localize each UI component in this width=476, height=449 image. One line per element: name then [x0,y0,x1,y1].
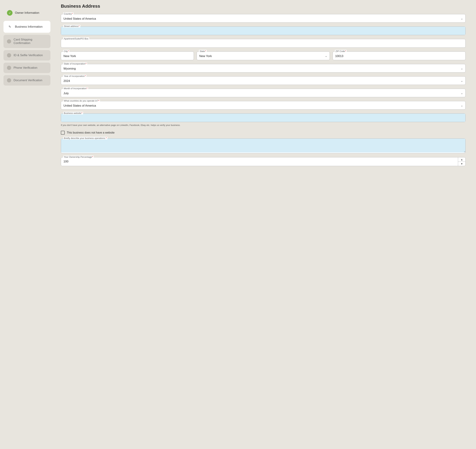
state-select[interactable]: New York California Texas Wyoming [197,52,329,60]
sidebar-item-label: Document Verification [14,79,42,82]
month-of-incorporation-select[interactable]: January February March April May June Ju… [61,89,465,97]
circle-icon [7,53,11,57]
street-address-field: Street address [61,26,465,35]
city-field: City [61,51,194,60]
month-of-incorporation-label: Month of Incorporation [63,87,88,90]
ownership-percentage-field-group: Your Ownership Percentage ▲ ▼ [61,157,465,166]
city-state-zip-group: City State New York California Texas Wyo… [61,51,465,60]
business-website-field: Business website [61,113,465,122]
state-of-incorporation-field: State of Incorporation Wyoming Delaware … [61,64,465,73]
main-content: Business Address Country United States o… [54,0,476,449]
state-field: State New York California Texas Wyoming … [197,51,330,60]
sidebar-item-label: Owner Information [15,11,39,15]
business-description-field: Briefly describe your business operation… [61,138,465,153]
check-icon: ✓ [7,10,12,16]
circle-icon [7,39,11,44]
state-of-incorporation-label: State of Incorporation [63,63,87,65]
business-description-label: Briefly describe your business operation… [63,137,108,139]
sidebar: ✓ Owner Information ✎ Business Informati… [0,0,54,449]
countries-operate-field-group: What countries do you operate in? United… [61,101,465,109]
zip-label: ZIP Code [335,50,347,52]
state-of-incorporation-select-wrapper: Wyoming Delaware Nevada Florida ⌄ [61,64,465,72]
pencil-icon: ✎ [7,24,12,29]
sidebar-item-business-information[interactable]: ✎ Business Information [4,21,51,33]
year-of-incorporation-select[interactable]: 2024 2023 2022 2021 [61,77,465,85]
apartment-input[interactable] [61,39,465,47]
business-description-field-group: Briefly describe your business operation… [61,138,465,153]
sidebar-item-card-shipping[interactable]: Card Shipping Confirmation [4,35,51,48]
business-description-textarea[interactable] [61,139,465,153]
no-website-checkbox[interactable] [61,131,65,135]
country-select-wrapper: United States of America Canada United K… [61,14,465,23]
city-label: City [63,50,69,52]
countries-operate-select-wrapper: United States of America Canada United K… [61,101,465,109]
sidebar-item-label: Business Information [15,25,43,28]
section-title: Business Address [61,4,465,9]
year-of-incorporation-label: Year of Incorporation [63,75,86,77]
countries-operate-label: What countries do you operate in? [63,99,100,102]
state-of-incorporation-select[interactable]: Wyoming Delaware Nevada Florida [61,64,465,72]
sidebar-item-id-selfie[interactable]: ID & Selfie Verification [4,50,51,61]
month-of-incorporation-field-group: Month of Incorporation January February … [61,89,465,97]
no-website-label: This business does not have a website [67,131,114,134]
business-website-label: Business website [63,112,83,114]
street-address-label: Street address [63,25,80,28]
month-of-incorporation-field: Month of Incorporation January February … [61,89,465,97]
business-website-field-group: Business website If you don't have your … [61,113,465,127]
sidebar-item-owner-information[interactable]: ✓ Owner Information [4,7,51,19]
ownership-stepper-wrapper: ▲ ▼ [61,157,465,166]
sidebar-item-phone-verification[interactable]: Phone Verification [4,63,51,73]
state-label: State [199,50,207,52]
country-label: Country [63,12,74,15]
state-of-incorporation-field-group: State of Incorporation Wyoming Delaware … [61,64,465,73]
no-website-checkbox-row: This business does not have a website [61,131,465,135]
stepper-decrement-button[interactable]: ▼ [458,162,465,166]
website-helper-text: If you don't have your own website, an a… [61,124,465,127]
country-field: Country United States of America Canada … [61,14,465,23]
zip-input[interactable] [333,52,465,60]
circle-icon [7,66,11,70]
sidebar-item-document-verification[interactable]: Document Verification [4,75,51,85]
sidebar-item-label: Phone Verification [14,66,37,69]
country-select[interactable]: United States of America Canada United K… [61,14,465,23]
circle-icon [7,78,11,82]
countries-operate-field: What countries do you operate in? United… [61,101,465,109]
sidebar-item-label: Card Shipping Confirmation [14,38,47,45]
business-website-input[interactable] [61,114,465,122]
stepper-buttons: ▲ ▼ [458,157,465,166]
zip-field: ZIP Code [333,51,465,60]
state-select-wrapper: New York California Texas Wyoming ⌄ [197,52,329,60]
year-of-incorporation-field: Year of Incorporation 2024 2023 2022 202… [61,76,465,85]
street-address-field-group: Street address [61,26,465,35]
ownership-percentage-input[interactable] [61,157,458,166]
apartment-field-group: Apartment/Suite/PO Box [61,39,465,48]
year-of-incorporation-field-group: Year of Incorporation 2024 2023 2022 202… [61,76,465,85]
city-input[interactable] [61,52,194,60]
street-address-input[interactable] [61,27,465,35]
countries-operate-select[interactable]: United States of America Canada United K… [61,101,465,109]
year-of-incorporation-select-wrapper: 2024 2023 2022 2021 ⌄ [61,77,465,85]
apartment-label: Apartment/Suite/PO Box [63,37,89,40]
apartment-field: Apartment/Suite/PO Box [61,39,465,48]
ownership-percentage-field: Your Ownership Percentage ▲ ▼ [61,157,465,166]
ownership-percentage-label: Your Ownership Percentage [63,156,94,158]
country-field-group: Country United States of America Canada … [61,14,465,23]
stepper-increment-button[interactable]: ▲ [458,157,465,162]
month-of-incorporation-select-wrapper: January February March April May June Ju… [61,89,465,97]
sidebar-item-label: ID & Selfie Verification [14,54,43,57]
